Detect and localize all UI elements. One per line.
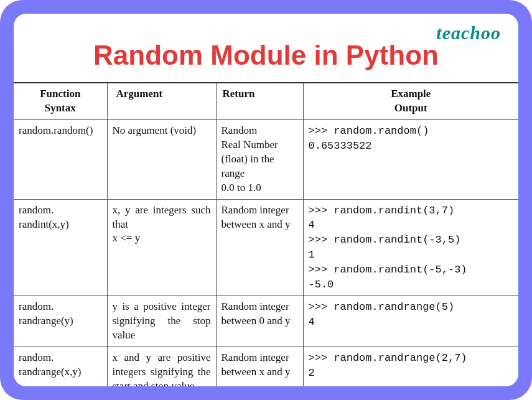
cell-syntax: random.randint(x,y) xyxy=(14,199,107,296)
cell-example: >>> random.randrange(2,7) 2 xyxy=(303,347,518,386)
header-argument: Argument xyxy=(107,83,216,119)
code-output: >>> random.randint(3,7) 4 >>> random.ran… xyxy=(309,205,467,291)
code-output: >>> random.randrange(2,7) 2 xyxy=(309,352,467,379)
table-row: random.randrange(x,y) x and y are positi… xyxy=(14,347,518,386)
reference-table: FunctionSyntax Argument Return ExampleOu… xyxy=(14,82,518,386)
page-title: Random Module in Python xyxy=(14,40,518,71)
outer-frame: teachoo Random Module in Python Function… xyxy=(0,0,532,400)
header-example: ExampleOutput xyxy=(303,83,518,119)
cell-return: Random integer between 0 and y xyxy=(216,296,303,347)
cell-example: >>> random.random() 0.65333522 xyxy=(303,119,518,199)
cell-syntax: random.random() xyxy=(14,119,107,199)
table-row: random.randrange(y) y is a positive inte… xyxy=(14,296,518,347)
table-row: random.random() No argument (void) Rando… xyxy=(14,119,518,199)
cell-argument: y is a positive integer signifying the s… xyxy=(107,296,216,347)
cell-argument: No argument (void) xyxy=(107,119,216,199)
cell-example: >>> random.randint(3,7) 4 >>> random.ran… xyxy=(303,199,518,296)
cell-syntax: random.randrange(x,y) xyxy=(14,347,107,386)
header-syntax: FunctionSyntax xyxy=(14,83,107,119)
code-output: >>> random.randrange(5) 4 xyxy=(309,301,455,328)
cell-return: RandomReal Number (float) in the range0.… xyxy=(216,119,303,199)
cell-syntax: random.randrange(y) xyxy=(14,296,107,347)
code-output: >>> random.random() 0.65333522 xyxy=(309,125,429,152)
cell-argument: x, y are integers such thatx <= y xyxy=(107,199,216,296)
content-card: teachoo Random Module in Python Function… xyxy=(14,14,518,386)
cell-return: Random integer between x and y xyxy=(216,199,303,296)
cell-argument: x and y are positive integers signifying… xyxy=(107,347,216,386)
table-row: random.randint(x,y) x, y are integers su… xyxy=(14,199,518,296)
brand-logo: teachoo xyxy=(436,22,501,44)
header-return: Return xyxy=(216,83,303,119)
table-header-row: FunctionSyntax Argument Return ExampleOu… xyxy=(14,83,518,119)
cell-example: >>> random.randrange(5) 4 xyxy=(303,296,518,347)
cell-return: Random integer between x and y xyxy=(216,347,303,386)
